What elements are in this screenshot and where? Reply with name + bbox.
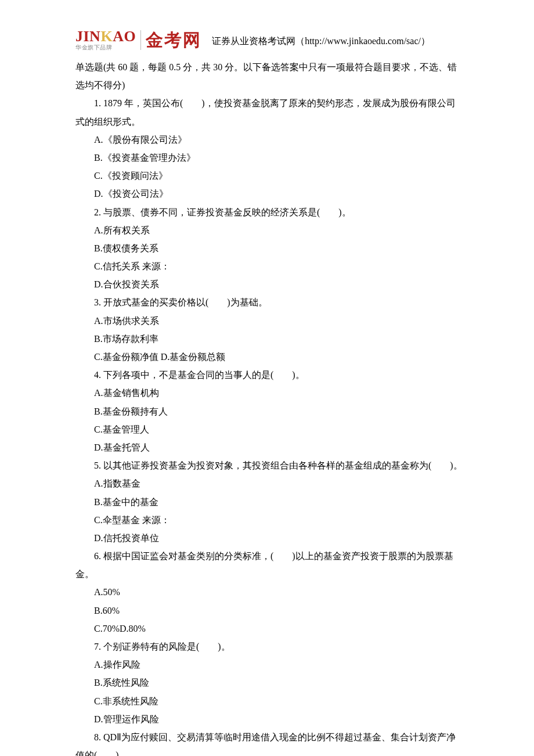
document-body: 单选题(共 60 题，每题 0.5 分，共 30 分。以下备选答案中只有一项最符… bbox=[75, 58, 464, 756]
question-option: D.管理运作风险 bbox=[75, 710, 464, 728]
question-option: D.合伙投资关系 bbox=[75, 275, 464, 293]
question-option: B.基金中的基金 bbox=[75, 493, 464, 511]
question-option: A.市场供求关系 bbox=[75, 312, 464, 330]
logo-en-ao: AO bbox=[113, 28, 136, 45]
section-instructions: 单选题(共 60 题，每题 0.5 分，共 30 分。以下备选答案中只有一项最符… bbox=[75, 58, 464, 94]
question-option: A.基金销售机构 bbox=[75, 384, 464, 402]
question-option: B.系统性风险 bbox=[75, 674, 464, 692]
logo-divider bbox=[140, 30, 141, 50]
logo-left: JINKAO 华金旗下品牌 bbox=[75, 29, 136, 51]
logo-en-in: IN bbox=[84, 28, 101, 45]
logo-subtitle: 华金旗下品牌 bbox=[75, 44, 136, 51]
question-option: A.所有权关系 bbox=[75, 221, 464, 239]
question-option: C.伞型基金 来源： bbox=[75, 511, 464, 529]
question-option: B.《投资基金管理办法》 bbox=[75, 149, 464, 167]
question-option: D.信托投资单位 bbox=[75, 529, 464, 547]
question-option: A.50% bbox=[75, 583, 464, 601]
question-stem: 3. 开放式基金的买卖价格以( )为基础。 bbox=[75, 293, 464, 311]
logo-en-j: J bbox=[75, 28, 84, 45]
question-stem: 6. 根据中国证监会对基金类别的分类标准，( )以上的基金资产投资于股票的为股票… bbox=[57, 547, 464, 583]
question-option: B.市场存款利率 bbox=[75, 330, 464, 348]
question-option: C.基金管理人 bbox=[75, 420, 464, 438]
question-option: D.基金托管人 bbox=[75, 438, 464, 456]
question-option: B.60% bbox=[75, 602, 464, 620]
question-option: A.操作风险 bbox=[75, 656, 464, 674]
question-stem: 8. QDⅡ为应付赎回、交易清算等临时用途借入现金的比例不得超过基金、集合计划资… bbox=[57, 728, 464, 756]
site-link[interactable]: 证券从业资格考试网（http://www.jinkaoedu.com/sac/） bbox=[212, 32, 430, 51]
question-option: C.《投资顾问法》 bbox=[75, 167, 464, 185]
question-option: C.信托关系 来源： bbox=[75, 257, 464, 275]
question-stem: 7. 个别证券特有的风险是( )。 bbox=[75, 638, 464, 656]
question-option: C.非系统性风险 bbox=[75, 692, 464, 710]
logo-en-k: K bbox=[100, 28, 113, 45]
question-option: B.基金份额持有人 bbox=[75, 402, 464, 420]
question-option: C.基金份额净值 D.基金份额总额 bbox=[75, 348, 464, 366]
question-option: B.债权债务关系 bbox=[75, 239, 464, 257]
question-option: A.指数基金 bbox=[75, 474, 464, 492]
question-option: A.《股份有限公司法》 bbox=[75, 131, 464, 149]
question-option: C.70%D.80% bbox=[75, 620, 464, 638]
question-stem: 4. 下列各项中，不是基金合同的当事人的是( )。 bbox=[75, 366, 464, 384]
question-stem: 5. 以其他证券投资基金为投资对象，其投资组合由各种各样的基金组成的基金称为( … bbox=[57, 456, 464, 474]
logo: JINKAO 华金旗下品牌 金考网 bbox=[75, 29, 201, 51]
question-option: D.《投资公司法》 bbox=[75, 185, 464, 203]
question-stem: 1. 1879 年，英国公布( )，使投资基金脱离了原来的契约形态，发展成为股份… bbox=[75, 94, 464, 130]
page-header: JINKAO 华金旗下品牌 金考网 证券从业资格考试网（http://www.j… bbox=[75, 29, 464, 51]
question-stem: 2. 与股票、债券不同，证券投资基金反映的经济关系是( )。 bbox=[75, 203, 464, 221]
logo-en: JINKAO bbox=[75, 29, 136, 44]
logo-cn: 金考网 bbox=[146, 31, 201, 49]
